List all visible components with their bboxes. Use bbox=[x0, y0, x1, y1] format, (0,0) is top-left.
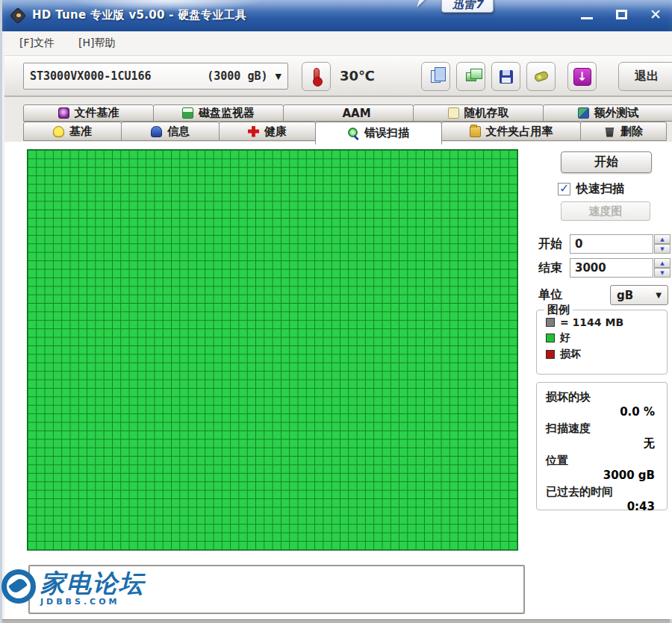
quick-scan-row: 快速扫描 bbox=[558, 181, 624, 197]
tab-row-bottom: 基准信息健康错误扫描文件夹占用率删除 bbox=[23, 122, 671, 141]
legend-groupbox: 图例 = 1144 MB 好 损坏 bbox=[536, 310, 668, 375]
tab-label: 文件基准 bbox=[75, 106, 119, 120]
start-spinner-up[interactable]: ▲ bbox=[654, 234, 671, 244]
tab-label: 基准 bbox=[69, 125, 92, 139]
exit-button[interactable]: 退出 bbox=[618, 62, 672, 91]
download-icon: ↓ bbox=[573, 68, 591, 86]
tab-label: 随机存取 bbox=[464, 106, 509, 120]
options-button[interactable] bbox=[526, 62, 556, 91]
window-title: HD Tune 专业版 v5.00 - 硬盘专业工具 bbox=[32, 8, 246, 22]
damaged-blocks-label: 损坏的块 bbox=[546, 390, 658, 404]
position-label: 位置 bbox=[546, 454, 658, 468]
disk-monitor-icon bbox=[182, 107, 193, 119]
start-field-input[interactable]: 0 bbox=[570, 234, 653, 254]
health-icon bbox=[248, 126, 259, 137]
tab-label: 错误扫描 bbox=[364, 126, 409, 140]
thermometer-icon bbox=[314, 68, 320, 86]
tab-extra-tests[interactable]: 额外测试 bbox=[543, 104, 672, 122]
screenshot-button[interactable] bbox=[456, 62, 485, 91]
capture-icon bbox=[466, 72, 476, 81]
jdbbs-watermark: 家电论坛 JDBBS.COM bbox=[1, 569, 145, 607]
end-spinner-down[interactable]: ▼ bbox=[654, 268, 671, 278]
menu-file[interactable]: [F]文件 bbox=[10, 37, 63, 50]
quick-scan-label: 快速扫描 bbox=[576, 181, 624, 197]
delete-icon bbox=[604, 126, 615, 137]
block-size-swatch bbox=[546, 318, 555, 327]
tab-label: 文件夹占用率 bbox=[486, 125, 553, 139]
jdbbs-logo-icon bbox=[1, 569, 36, 604]
error-scan-icon bbox=[348, 128, 359, 139]
tab-file-benchmark[interactable]: 文件基准 bbox=[23, 104, 154, 122]
tab-random-access[interactable]: 随机存取 bbox=[413, 104, 544, 122]
tab-error-scan[interactable]: 错误扫描 bbox=[315, 122, 442, 145]
tab-label: 额外测试 bbox=[594, 106, 639, 120]
temperature-value: 30℃ bbox=[340, 68, 375, 84]
tab-label: 健康 bbox=[264, 125, 287, 139]
extra-tests-icon bbox=[578, 107, 589, 119]
elapsed-time-label: 已过去的时间 bbox=[546, 485, 658, 499]
position-value: 3000 gB bbox=[546, 469, 655, 482]
folder-usage-icon bbox=[470, 126, 481, 137]
hdtune-app-icon bbox=[11, 8, 26, 23]
window-bottom-edge bbox=[2, 619, 670, 623]
tab-label: AAM bbox=[342, 107, 370, 120]
quick-scan-checkbox[interactable] bbox=[558, 183, 570, 195]
menu-help[interactable]: [H]帮助 bbox=[69, 37, 124, 50]
speed-map-button[interactable]: 速度图 bbox=[561, 201, 650, 221]
legend-damaged: 损坏 bbox=[546, 348, 659, 361]
start-scan-button[interactable]: 开始 bbox=[561, 151, 652, 173]
start-spinner-down[interactable]: ▼ bbox=[654, 244, 671, 254]
file-benchmark-icon bbox=[58, 107, 69, 119]
tab-label: 磁盘监视器 bbox=[199, 106, 255, 120]
random-access-icon bbox=[448, 107, 459, 119]
toolbar: ST3000VX000-1CU166 (3000 gB) ▼ 30℃ ↓ 退出 bbox=[4, 56, 672, 97]
start-spinner: ▲ ▼ bbox=[654, 234, 671, 254]
temperature-button[interactable] bbox=[302, 62, 331, 91]
app-window: HD Tune 专业版 v5.00 - 硬盘专业工具 ✕ 迅雷7 [F]文件 [… bbox=[0, 0, 672, 623]
info-icon bbox=[151, 126, 162, 137]
scan-block-grid[interactable] bbox=[27, 149, 518, 551]
end-field-input[interactable]: 3000 bbox=[570, 258, 653, 278]
tab-delete[interactable]: 删除 bbox=[580, 122, 667, 141]
end-field-label: 结束 bbox=[538, 260, 570, 276]
tab-health[interactable]: 健康 bbox=[219, 122, 316, 141]
tab-folder-usage[interactable]: 文件夹占用率 bbox=[441, 122, 581, 141]
tab-label: 删除 bbox=[620, 125, 643, 139]
scan-stats-groupbox: 损坏的块 0.0 % 扫描速度 无 位置 3000 gB 已过去的时间 0:43 bbox=[536, 382, 668, 510]
tab-benchmark[interactable]: 基准 bbox=[23, 122, 122, 141]
drive-name: ST3000VX000-1CU166 bbox=[30, 69, 152, 83]
menu-bar: [F]文件 [H]帮助 bbox=[4, 31, 672, 56]
drive-select-dropdown[interactable]: ST3000VX000-1CU166 (3000 gB) ▼ bbox=[23, 63, 288, 90]
legend-good: 好 bbox=[546, 331, 659, 345]
copy-icon bbox=[431, 70, 441, 83]
tab-disk-monitor[interactable]: 磁盘监视器 bbox=[153, 104, 284, 122]
unit-row: 单位 gB ▼ bbox=[538, 285, 668, 305]
save-button[interactable] bbox=[491, 62, 520, 91]
unit-select-dropdown[interactable]: gB ▼ bbox=[610, 285, 668, 305]
unit-value: gB bbox=[617, 289, 633, 302]
update-button[interactable]: ↓ bbox=[567, 62, 597, 91]
options-icon bbox=[533, 70, 549, 82]
end-field-row: 结束 3000 ▲ ▼ bbox=[538, 258, 671, 278]
tab-info[interactable]: 信息 bbox=[121, 122, 220, 141]
save-icon bbox=[500, 70, 513, 84]
start-field-row: 开始 0 ▲ ▼ bbox=[538, 234, 671, 254]
chevron-down-icon: ▼ bbox=[276, 72, 281, 81]
watermark-text: 家电论坛 bbox=[40, 571, 145, 595]
damaged-blocks-value: 0.0 % bbox=[546, 405, 655, 419]
scan-speed-value: 无 bbox=[546, 436, 655, 451]
start-field-label: 开始 bbox=[538, 237, 570, 252]
tab-label: 信息 bbox=[167, 125, 190, 139]
copy-button[interactable] bbox=[421, 62, 450, 91]
title-bar: HD Tune 专业版 v5.00 - 硬盘专业工具 ✕ 迅雷7 bbox=[2, 0, 672, 31]
maximize-button[interactable] bbox=[610, 5, 632, 23]
thunder-tooltip-overlay: 迅雷7 bbox=[414, 0, 494, 14]
tab-aam-speaker[interactable]: AAM bbox=[283, 104, 414, 122]
elapsed-time-value: 0:43 bbox=[546, 500, 655, 513]
thunder-tooltip-label: 迅雷7 bbox=[441, 0, 494, 13]
end-spinner-up[interactable]: ▲ bbox=[654, 258, 671, 268]
minimize-button[interactable] bbox=[576, 5, 598, 23]
aam-speaker-icon bbox=[326, 107, 337, 119]
close-button[interactable]: ✕ bbox=[644, 5, 667, 23]
watermark-subtext: JDBBS.COM bbox=[40, 597, 145, 607]
